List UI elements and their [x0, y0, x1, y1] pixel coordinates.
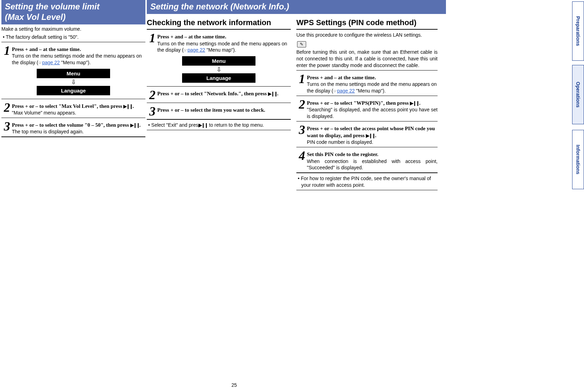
page22-link[interactable]: page 22 [187, 47, 205, 53]
divider [296, 172, 438, 173]
divider [296, 121, 438, 121]
vol-intro: Make a setting for maximum volume. [1, 26, 145, 32]
pointer-icon: ☞ [333, 89, 337, 94]
step-number: 3 [147, 105, 157, 118]
banner-line2: (Max Vol Level) [5, 12, 66, 22]
divider [296, 96, 438, 96]
divider [1, 136, 145, 137]
wps-footnote: • For how to register the PIN code, see … [298, 175, 437, 188]
step-title: Press + and – at the same time. [12, 46, 145, 53]
check-exit-note: • Select "Exit" and press to return to t… [148, 122, 290, 128]
check-step-3: 3 Press + or – to select the item you wa… [147, 105, 291, 118]
tab-informations[interactable]: Informations [572, 130, 584, 189]
wps-step-4: 4 Set this PIN code to the register. Whe… [297, 149, 438, 171]
step-number: 2 [147, 89, 157, 101]
check-step-1: 1 Press + and – at the same time. Turns … [147, 32, 291, 53]
banner-vol-limit: Setting the volume limit (Max Vol Level) [1, 0, 145, 24]
check-step-2: 2 Press + or – to select "Network Info."… [147, 89, 291, 101]
step-desc: Turns on the menu settings mode and the … [307, 81, 438, 94]
wps-step-3: 3 Press + or – to select the access poin… [297, 124, 438, 146]
language-label: Language [37, 86, 110, 95]
tab-operations[interactable]: Operations [572, 65, 584, 124]
play-pause-icon [123, 103, 132, 110]
vol-step-1: 1 Press + and – at the same time. Turns … [2, 44, 145, 66]
step-number: 2 [2, 101, 12, 114]
divider [296, 29, 438, 30]
divider [296, 70, 438, 71]
menu-nav-illustration: Menu ⇩ Language [1, 69, 145, 95]
vol-step-3: 3 Press + or – to select the volume "0 –… [2, 120, 145, 135]
divider [147, 119, 291, 120]
divider [147, 86, 291, 87]
down-arrow-icon: ⇩ [71, 79, 76, 85]
wps-heading: WPS Settings (PIN code method) [296, 18, 438, 27]
step-desc: "Searching" is displayed, and the access… [307, 106, 438, 120]
wps-step-1: 1 Press + and – at the same time. Turns … [297, 73, 438, 94]
step-desc: When connection is established with acce… [307, 158, 438, 171]
step-title: Press + or – to select "WPS(PIN)", then … [307, 99, 438, 106]
step-number: 3 [2, 120, 12, 133]
divider [296, 147, 438, 147]
step-title: Set this PIN code to the register. [307, 151, 438, 158]
play-pause-icon [366, 132, 375, 139]
step-number: 3 [297, 124, 307, 136]
menu-nav-illustration: Menu ⇩ Language [147, 56, 291, 83]
step-desc: The top menu is displayed again. [12, 128, 145, 135]
wps-intro: Use this procedure to configure the wire… [296, 32, 438, 38]
step-title: Press + or – to select the access point … [307, 125, 438, 139]
step-title: Press + or – to select the item you want… [157, 106, 291, 113]
divider [1, 99, 145, 99]
step-desc: Turns on the menu settings mode and the … [157, 40, 291, 54]
note-icon: ✎ [297, 41, 306, 47]
divider [147, 103, 291, 103]
step-title: Press + or – to select the volume "0 – 5… [12, 121, 145, 128]
divider [296, 190, 438, 190]
divider [147, 29, 291, 30]
menu-label: Menu [37, 69, 110, 78]
menu-label: Menu [182, 56, 255, 66]
step-number: 1 [2, 44, 12, 57]
divider [147, 130, 291, 130]
play-pause-icon [130, 121, 139, 128]
page-number: 25 [0, 382, 468, 388]
divider [1, 118, 145, 118]
divider [1, 42, 145, 42]
step-number: 4 [297, 149, 307, 162]
play-pause-icon [268, 90, 277, 97]
pointer-icon: ☞ [183, 48, 187, 53]
pointer-icon: ☞ [38, 60, 42, 65]
banner-line1: Setting the volume limit [5, 2, 100, 11]
tab-preparations[interactable]: Preparations [572, 1, 584, 61]
step-desc: PIN code number is displayed. [307, 139, 438, 146]
vol-default-bullet: • The factory default setting is "50". [3, 34, 145, 40]
step-title: Press + and – at the same time. [157, 33, 291, 40]
check-heading: Checking the network information [147, 18, 291, 27]
wps-step-2: 2 Press + or – to select "WPS(PIN)", the… [297, 98, 438, 120]
vol-step-2: 2 Press + or – to select "Max Vol Level"… [2, 101, 145, 116]
step-title: Press + and – at the same time. [307, 74, 438, 81]
language-label: Language [182, 73, 255, 83]
wps-note: Before turning this unit on, make sure t… [296, 49, 438, 69]
page22-link[interactable]: page 22 [42, 60, 60, 65]
banner-network: Setting the network (Network Info.) [147, 0, 446, 14]
play-pause-icon [410, 99, 419, 106]
down-arrow-icon: ⇩ [216, 66, 222, 73]
page22-link[interactable]: page 22 [337, 88, 355, 94]
step-desc: "Max Volume" menu appears. [12, 110, 145, 116]
step-number: 1 [297, 73, 307, 85]
step-title: Press + or – to select "Max Vol Level", … [12, 103, 145, 110]
side-tab-rail: Preparations Operations Informations [571, 0, 584, 392]
play-pause-icon [202, 122, 208, 128]
step-desc: Turns on the menu settings mode and the … [12, 53, 145, 66]
step-number: 1 [147, 32, 157, 44]
step-number: 2 [297, 98, 307, 111]
step-title: Press + or – to select "Network Info.", … [157, 90, 291, 97]
